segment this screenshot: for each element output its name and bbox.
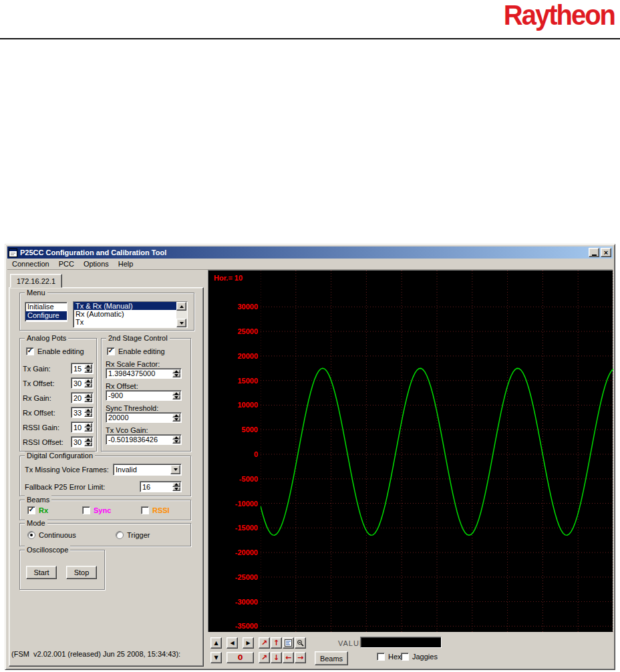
beams-button[interactable]: Beams — [315, 651, 348, 665]
analog-enable-editing-checkbox[interactable]: Enable editing — [26, 347, 84, 355]
spin-down-button[interactable] — [172, 395, 180, 399]
rssi-gain-field[interactable]: 10 — [71, 422, 94, 433]
menu-mode-list[interactable]: Initialise Configure — [25, 302, 67, 322]
radio-label: Continuous — [39, 531, 76, 539]
spin-down-icon — [86, 369, 90, 372]
checkbox-box — [82, 506, 90, 514]
list-item-tx-rx-manual[interactable]: Tx & Rx (Manual) — [73, 302, 176, 310]
spin-down-button[interactable] — [172, 440, 180, 444]
zoom-out-button[interactable] — [295, 637, 306, 649]
marker-up-button[interactable]: ↑ — [271, 637, 282, 649]
menu-pcc[interactable]: PCC — [54, 259, 79, 269]
menu-connection[interactable]: Connection — [7, 259, 54, 269]
spin-down-button[interactable] — [172, 487, 180, 492]
field-value: 30 — [73, 438, 82, 446]
second-stage-enable-editing-checkbox[interactable]: Enable editing — [107, 347, 165, 355]
menu-group-title: Menu — [25, 289, 47, 297]
mode-trigger-radio[interactable]: Trigger — [116, 531, 150, 539]
field-label: Rx Offset: — [106, 382, 138, 390]
rx-offset-field[interactable]: 33 — [71, 407, 94, 418]
spin-down-button[interactable] — [84, 369, 92, 373]
checkbox-box — [27, 506, 35, 514]
analog-pots-title: Analog Pots — [25, 334, 68, 342]
marker-right-button[interactable]: → — [295, 652, 306, 663]
plot-properties-button[interactable] — [283, 637, 294, 649]
mode-title: Mode — [25, 519, 47, 527]
rx-scale-factor-field[interactable]: 1.3984375000 — [106, 368, 182, 379]
spin-up-icon — [86, 365, 90, 367]
scroll-down-button[interactable] — [176, 319, 186, 327]
spin-down-button[interactable] — [84, 428, 92, 432]
mode-continuous-radio[interactable]: Continuous — [27, 531, 76, 539]
marker-diagonal-button[interactable]: ↗ — [259, 637, 270, 649]
tx-gain-field[interactable]: 15 — [71, 363, 94, 374]
left-arrow-icon: ← — [285, 654, 291, 661]
stop-button[interactable]: Stop — [66, 566, 97, 579]
y-label: -20000 — [210, 548, 258, 556]
list-item-tx[interactable]: Tx — [73, 318, 176, 326]
spin-down-button[interactable] — [84, 398, 92, 403]
menu-options[interactable]: Options — [79, 259, 114, 269]
rx-offset-2-field[interactable]: -900 — [106, 390, 182, 401]
y-label: -5000 — [210, 475, 258, 483]
list-item-configure[interactable]: Configure — [25, 311, 67, 320]
tx-offset-field[interactable]: 30 — [71, 377, 94, 389]
list-item-rx-automatic[interactable]: Rx (Automatic) — [73, 310, 176, 318]
close-button[interactable]: × — [601, 248, 611, 257]
spin-down-icon — [86, 443, 90, 446]
cursor-up-button[interactable]: ▲ — [210, 637, 222, 649]
spin-up-icon — [86, 424, 90, 426]
spin-down-button[interactable] — [172, 373, 180, 377]
plot-properties-icon — [285, 639, 292, 647]
beams-title: Beams — [25, 496, 51, 504]
scope-waveform — [261, 271, 613, 633]
marker-diagonal2-button[interactable]: ↗ — [259, 652, 270, 663]
beam-sync-checkbox[interactable]: Sync — [82, 506, 111, 514]
marker-down-button[interactable]: ↓ — [271, 652, 282, 663]
scroll-down-icon — [180, 322, 184, 325]
spin-down-button[interactable] — [172, 417, 180, 422]
cursor-down-button[interactable]: ▼ — [210, 652, 222, 663]
menu-help[interactable]: Help — [114, 259, 138, 269]
jaggies-checkbox[interactable]: Jaggies — [401, 653, 438, 661]
rx-gain-field[interactable]: 20 — [71, 392, 94, 403]
cursor-left-button[interactable]: ◀ — [226, 637, 238, 649]
scope-toolbar: ▲ ◀ ▶ ↗ ↑ ▼ 0 ↗ ↓ ← → Beams VALUE Hex. J… — [208, 635, 614, 668]
dropdown-button[interactable] — [170, 465, 180, 474]
scroll-up-button[interactable] — [176, 302, 186, 311]
spin-down-icon — [86, 413, 90, 416]
up-triangle-icon: ▲ — [214, 640, 218, 646]
beam-rx-checkbox[interactable]: Rx — [27, 506, 48, 514]
checkbox-label: Enable editing — [37, 347, 84, 355]
scope-display[interactable]: Hor.= 10 30000 25000 20000 15000 10000 5… — [208, 270, 613, 632]
field-label: Tx Vco Gain: — [106, 426, 148, 434]
minimize-button[interactable] — [589, 248, 599, 257]
tx-vco-gain-field[interactable]: -0.5019836426 — [106, 434, 182, 445]
scroll-up-icon — [180, 305, 184, 308]
cursor-right-button[interactable]: ▶ — [243, 637, 254, 649]
beam-rssi-checkbox[interactable]: RSSI — [141, 506, 170, 514]
marker-left-button[interactable]: ← — [283, 652, 294, 663]
zero-button[interactable]: 0 — [226, 652, 254, 663]
sync-threshold-field[interactable]: 20000 — [106, 412, 182, 423]
spin-down-button[interactable] — [84, 442, 92, 447]
field-value: 30 — [73, 379, 82, 387]
checkbox-label: RSSI — [152, 506, 170, 514]
title-bar[interactable]: P25CC Configuration and Calibration Tool… — [7, 246, 613, 259]
spin-down-button[interactable] — [84, 413, 92, 417]
rssi-offset-field[interactable]: 30 — [71, 436, 94, 448]
y-label: 20000 — [210, 352, 258, 360]
tx-missing-voice-frames-dropdown[interactable]: Invalid — [113, 464, 182, 476]
menu-submode-list[interactable]: Tx & Rx (Manual) Rx (Automatic) Tx — [73, 301, 188, 328]
spin-down-button[interactable] — [84, 383, 92, 388]
fallback-p25-error-limit-field[interactable]: 16 — [140, 481, 182, 492]
hex-checkbox[interactable]: Hex. — [377, 653, 404, 661]
start-button[interactable]: Start — [26, 566, 57, 579]
digital-config-title: Digital Configuration — [25, 452, 95, 460]
tab-connection-ip[interactable]: 172.16.22.1 — [10, 274, 62, 288]
spin-up-icon — [174, 436, 178, 439]
list-item-initialise[interactable]: Initialise — [25, 303, 67, 311]
y-label: -15000 — [210, 524, 258, 532]
checkbox-label: Rx — [39, 506, 48, 514]
submode-scrollbar[interactable] — [176, 302, 187, 327]
